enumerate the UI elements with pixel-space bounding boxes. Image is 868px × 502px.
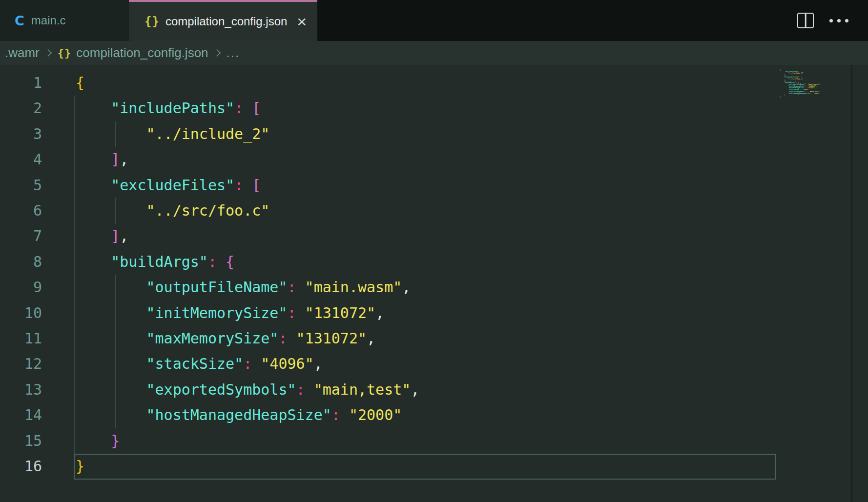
line-number[interactable]: 10	[0, 301, 54, 326]
line-number[interactable]: 4	[0, 147, 54, 172]
more-actions-icon[interactable]	[829, 19, 848, 22]
vscode-editor-window: C main.c {} compilation_config.json × .w…	[0, 0, 868, 502]
close-tab-icon[interactable]: ×	[294, 13, 310, 30]
breadcrumb-file[interactable]: compilation_config.json	[76, 45, 208, 60]
code-line: "outputFileName": "main.wasm",	[76, 275, 776, 300]
code-line: "exportedSymbols": "main,test",	[76, 377, 776, 402]
tab-main-c[interactable]: C main.c	[0, 0, 129, 41]
line-number[interactable]: 15	[0, 428, 54, 454]
code-line: "includePaths": [	[76, 96, 776, 121]
breadcrumb-symbol-more[interactable]: ...	[227, 45, 240, 60]
breadcrumb: .wamr {} compilation_config.json ...	[0, 41, 868, 65]
editor-tab-bar: C main.c {} compilation_config.json ×	[0, 0, 868, 41]
code-line: "../include_2"	[76, 121, 776, 147]
line-number[interactable]: 6	[0, 198, 54, 223]
code-editor-content[interactable]: { "includePaths": [ "../include_2" ], "e…	[54, 65, 776, 480]
c-file-icon: C	[15, 13, 24, 28]
editor-pane: 12345678910111213141516 { "includePaths"…	[0, 65, 868, 502]
line-number[interactable]: 7	[0, 223, 54, 249]
chevron-right-icon	[213, 49, 221, 57]
line-number[interactable]: 8	[0, 249, 54, 275]
json-file-icon: {}	[58, 47, 72, 59]
line-number[interactable]: 16	[0, 454, 54, 479]
code-line: }	[76, 454, 776, 479]
code-line: }	[76, 428, 776, 454]
code-line: ],	[76, 223, 776, 249]
chevron-right-icon	[44, 49, 52, 57]
minimap[interactable]: { "includePaths": [ "../include_2" ], "e…	[776, 65, 852, 502]
line-number[interactable]: 2	[0, 96, 54, 121]
tab-label: main.c	[31, 14, 66, 27]
code-line: "excludeFiles": [	[76, 173, 776, 198]
line-number[interactable]: 5	[0, 173, 54, 198]
json-file-icon: {}	[145, 15, 160, 28]
tab-label: compilation_config.json	[165, 15, 287, 28]
line-number[interactable]: 1	[0, 70, 54, 96]
line-number[interactable]: 13	[0, 377, 54, 402]
editor-actions	[797, 0, 868, 41]
tab-compilation-config-json[interactable]: {} compilation_config.json ×	[129, 0, 317, 41]
code-line: {	[76, 70, 776, 96]
breadcrumb-folder[interactable]: .wamr	[5, 45, 40, 60]
line-number[interactable]: 9	[0, 275, 54, 300]
tab-bar-empty-space	[317, 0, 797, 41]
code-line: "initMemorySize": "131072",	[76, 301, 776, 326]
code-line: "maxMemorySize": "131072",	[76, 326, 776, 351]
vertical-scrollbar-track[interactable]	[853, 65, 868, 502]
line-number[interactable]: 12	[0, 351, 54, 377]
line-number[interactable]: 3	[0, 121, 54, 147]
code-line: "hostManagedHeapSize": "2000"	[76, 402, 776, 428]
split-editor-icon[interactable]	[797, 13, 814, 28]
code-line: ],	[76, 147, 776, 172]
code-line: "stackSize": "4096",	[76, 351, 776, 377]
line-number-gutter: 12345678910111213141516	[0, 65, 54, 480]
line-number[interactable]: 14	[0, 402, 54, 428]
code-line: "../src/foo.c"	[76, 198, 776, 223]
code-line: "buildArgs": {	[76, 249, 776, 275]
line-number[interactable]: 11	[0, 326, 54, 351]
